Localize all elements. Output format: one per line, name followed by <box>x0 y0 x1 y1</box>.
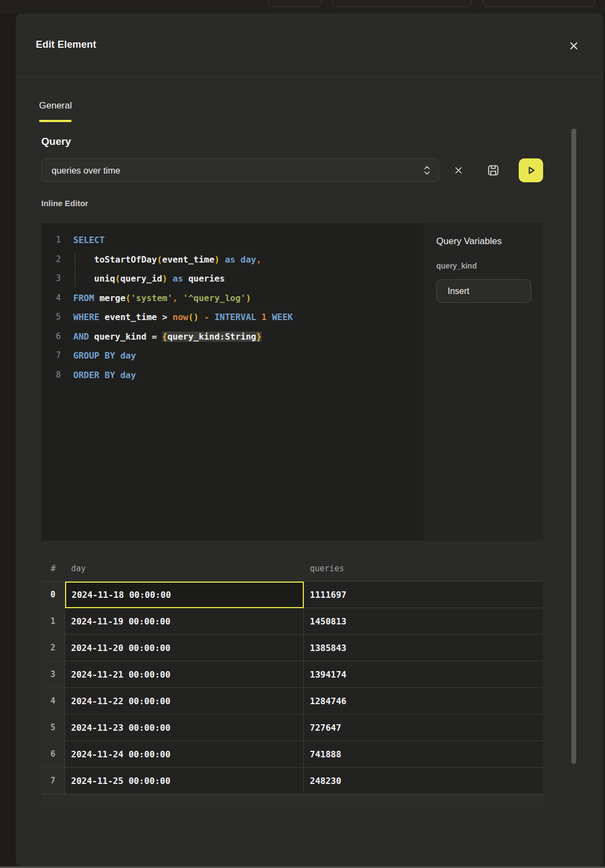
query-section-heading: Query <box>41 136 543 148</box>
line-number: 5 <box>41 308 61 327</box>
play-icon <box>526 165 537 176</box>
day-cell[interactable]: 2024-11-22 00:00:00 <box>65 688 304 714</box>
editor-line[interactable]: 3 uniq(query_id) as queries <box>41 269 423 289</box>
editor-block: 1SELECT2 toStartOfDay(event_time) as day… <box>41 223 543 541</box>
topbar-button-3[interactable] <box>483 0 595 7</box>
query-variables-panel: Query Variables query_kind Insert <box>423 223 543 541</box>
line-number: 1 <box>41 231 61 250</box>
line-number: 6 <box>41 327 61 347</box>
unfold-icon <box>423 165 431 176</box>
editor-line[interactable]: 4FROM merge('system', '^query_log') <box>41 289 423 308</box>
queries-cell[interactable]: 1385843 <box>304 635 543 661</box>
indent-guide <box>75 251 75 269</box>
modal-header: Edit Element <box>16 14 603 78</box>
inline-editor-label: Inline Editor <box>41 199 543 208</box>
results-table: # day queries 02024-11-18 00:00:00111169… <box>41 556 543 807</box>
save-icon <box>487 164 500 177</box>
top-bar <box>0 0 605 14</box>
queries-cell[interactable]: 1284746 <box>304 688 543 714</box>
row-index-cell[interactable]: 2 <box>41 635 65 661</box>
editor-line[interactable]: 8ORDER BY day <box>41 366 423 385</box>
table-row: 62024-11-24 00:00:00741888 <box>41 741 543 768</box>
code-text: FROM merge('system', '^query_log') <box>73 289 251 308</box>
code-text: toStartOfDay(event_time) as day, <box>73 250 262 270</box>
modal-title: Edit Element <box>36 39 96 50</box>
column-header-index: # <box>41 556 65 581</box>
editor-line[interactable]: 5WHERE event_time > now() - INTERVAL 1 W… <box>41 308 423 327</box>
editor-line[interactable]: 1SELECT <box>41 231 423 250</box>
query-select-value: queries over time <box>52 165 423 176</box>
indent-guide <box>75 270 75 288</box>
day-cell[interactable]: 2024-11-21 00:00:00 <box>65 661 304 688</box>
line-number: 4 <box>41 289 61 308</box>
editor-line[interactable]: 6AND query_kind = {query_kind:String} <box>41 327 423 347</box>
results-table-header: # day queries <box>41 556 543 582</box>
code-text: ORDER BY day <box>73 366 136 385</box>
sql-editor[interactable]: 1SELECT2 toStartOfDay(event_time) as day… <box>41 223 423 541</box>
table-row: 12024-11-19 00:00:001450813 <box>41 608 543 635</box>
row-index-cell[interactable]: 3 <box>41 661 65 688</box>
row-index-cell[interactable]: 0 <box>41 582 65 608</box>
topbar-button-1[interactable] <box>268 0 322 7</box>
table-row: 52024-11-23 00:00:00727647 <box>41 714 543 741</box>
editor-line[interactable]: 2 toStartOfDay(event_time) as day, <box>41 250 423 270</box>
close-button[interactable] <box>568 40 579 51</box>
results-table-footer <box>41 794 543 807</box>
code-text: GROUP BY day <box>73 346 136 366</box>
close-icon <box>570 42 578 50</box>
clear-icon <box>455 167 462 174</box>
edit-element-modal: Edit Element General Query queries over … <box>16 14 603 866</box>
row-index-cell[interactable]: 4 <box>41 688 65 714</box>
line-number: 2 <box>41 250 61 270</box>
queries-cell[interactable]: 1450813 <box>304 608 543 635</box>
day-cell[interactable]: 2024-11-24 00:00:00 <box>65 741 304 768</box>
query-variables-title: Query Variables <box>436 236 531 247</box>
column-header-queries: queries <box>304 556 543 581</box>
row-index-cell[interactable]: 7 <box>41 768 65 794</box>
query-select[interactable]: queries over time <box>41 158 439 182</box>
query-toolbar: queries over time <box>41 158 543 183</box>
queries-cell[interactable]: 1111697 <box>304 582 543 608</box>
table-row: 32024-11-21 00:00:001394174 <box>41 661 543 688</box>
day-cell[interactable]: 2024-11-19 00:00:00 <box>65 608 304 635</box>
day-cell[interactable]: 2024-11-18 00:00:00 <box>65 582 304 608</box>
tab-general[interactable]: General <box>29 78 81 122</box>
table-row: 72024-11-25 00:00:00248230 <box>41 768 543 794</box>
line-number: 7 <box>41 346 61 366</box>
editor-line[interactable]: 7GROUP BY day <box>41 346 423 366</box>
table-row: 22024-11-20 00:00:001385843 <box>41 635 543 661</box>
modal-scrollbar[interactable] <box>571 129 576 764</box>
insert-variable-label: Insert <box>448 286 469 296</box>
tab-general-label: General <box>39 100 72 111</box>
tab-bar: General <box>16 78 603 122</box>
modal-content: Query queries over time <box>41 136 543 807</box>
line-number: 3 <box>41 269 61 289</box>
day-cell[interactable]: 2024-11-25 00:00:00 <box>65 768 304 794</box>
day-cell[interactable]: 2024-11-23 00:00:00 <box>65 714 304 741</box>
code-text: uniq(query_id) as queries <box>73 269 225 289</box>
query-variable-name: query_kind <box>436 261 531 270</box>
queries-cell[interactable]: 248230 <box>304 768 543 794</box>
run-query-button[interactable] <box>519 158 543 182</box>
code-text: AND query_kind = {query_kind:String} <box>73 327 262 347</box>
insert-variable-button[interactable]: Insert <box>436 279 531 303</box>
table-row: 02024-11-18 00:00:001111697 <box>41 582 543 608</box>
topbar-button-2[interactable] <box>332 0 472 7</box>
code-text: WHERE event_time > now() - INTERVAL 1 WE… <box>73 308 293 327</box>
queries-cell[interactable]: 741888 <box>304 741 543 768</box>
save-query-button[interactable] <box>485 162 501 178</box>
row-index-cell[interactable]: 6 <box>41 741 65 768</box>
line-number: 8 <box>41 366 61 385</box>
tab-active-underline <box>39 120 72 122</box>
queries-cell[interactable]: 1394174 <box>304 661 543 688</box>
table-row: 42024-11-22 00:00:001284746 <box>41 688 543 714</box>
code-text: SELECT <box>73 231 105 250</box>
results-table-body: 02024-11-18 00:00:00111169712024-11-19 0… <box>41 582 543 794</box>
row-index-cell[interactable]: 5 <box>41 714 65 741</box>
column-header-day: day <box>65 556 304 581</box>
editor-lines: 1SELECT2 toStartOfDay(event_time) as day… <box>41 231 423 385</box>
queries-cell[interactable]: 727647 <box>304 714 543 741</box>
clear-query-button[interactable] <box>451 163 466 178</box>
day-cell[interactable]: 2024-11-20 00:00:00 <box>65 635 304 661</box>
row-index-cell[interactable]: 1 <box>41 608 65 635</box>
